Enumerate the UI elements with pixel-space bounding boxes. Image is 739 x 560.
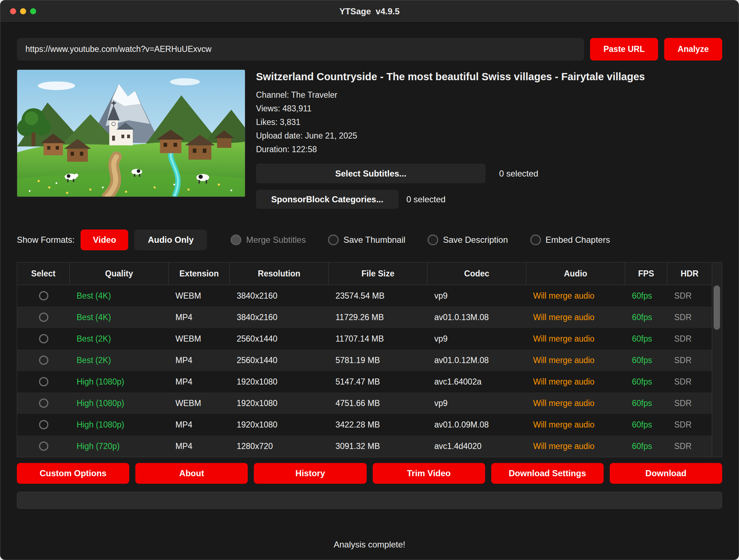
save-thumbnail-label: Save Thumbnail (343, 235, 405, 245)
cell-resolution: 1920x1080 (230, 399, 329, 408)
merge-subtitles-checkbox[interactable] (231, 235, 241, 245)
subtitles-selected-count: 0 selected (499, 169, 538, 179)
cell-extension: WEBM (169, 399, 230, 408)
save-description-checkbox[interactable] (428, 235, 438, 245)
cell-codec: av01.0.13M.08 (428, 313, 526, 322)
url-input[interactable] (17, 38, 584, 61)
cell-quality: Best (2K) (70, 356, 169, 365)
close-button[interactable] (10, 8, 16, 14)
table-scrollbar[interactable] (712, 262, 722, 457)
cell-extension: WEBM (169, 291, 230, 301)
select-subtitles-button[interactable]: Select Subtitles... (256, 164, 486, 183)
cell-file-size: 4751.66 MB (329, 399, 428, 408)
cell-audio: Will merge audio (526, 420, 625, 430)
cell-resolution: 1920x1080 (230, 377, 329, 387)
cell-extension: MP4 (169, 441, 230, 451)
merge-subtitles-label: Merge Subtitles (246, 235, 306, 245)
cell-file-size: 23574.54 MB (329, 291, 428, 301)
about-button[interactable]: About (135, 463, 248, 484)
history-button[interactable]: History (254, 463, 366, 484)
cell-codec: av01.0.12M.08 (428, 356, 526, 365)
cell-hdr: SDR (667, 377, 712, 387)
table-row[interactable]: Best (4K) MP4 3840x2160 11729.26 MB av01… (17, 306, 712, 328)
cell-hdr: SDR (667, 334, 712, 344)
fullscreen-button[interactable] (30, 8, 36, 14)
cell-codec: vp9 (428, 399, 526, 408)
analyze-button[interactable]: Analyze (664, 38, 722, 61)
cell-audio: Will merge audio (526, 334, 625, 344)
cell-hdr: SDR (667, 356, 712, 365)
table-row[interactable]: High (1080p) WEBM 1920x1080 4751.66 MB v… (17, 392, 712, 414)
cell-fps: 60fps (625, 399, 667, 408)
table-body: Best (4K) WEBM 3840x2160 23574.54 MB vp9… (17, 285, 722, 457)
row-select-checkbox[interactable] (39, 420, 48, 429)
row-select-checkbox[interactable] (39, 399, 48, 408)
cell-hdr: SDR (667, 441, 712, 451)
row-select-checkbox[interactable] (39, 356, 48, 365)
download-settings-button[interactable]: Download Settings (491, 463, 604, 484)
subtitles-row: Select Subtitles... 0 selected (256, 164, 722, 183)
row-select-checkbox[interactable] (39, 441, 48, 451)
cell-file-size: 3091.32 MB (329, 441, 428, 451)
header-fps: FPS (625, 262, 667, 285)
cell-quality: Best (4K) (70, 313, 169, 322)
cell-fps: 60fps (625, 313, 667, 322)
cell-file-size: 3422.28 MB (329, 420, 428, 430)
table-row[interactable]: High (1080p) MP4 1920x1080 3422.28 MB av… (17, 414, 712, 435)
paste-url-button[interactable]: Paste URL (590, 38, 658, 61)
cell-quality: Best (4K) (70, 291, 169, 301)
cell-quality: High (1080p) (70, 377, 169, 387)
save-thumbnail-checkbox-group: Save Thumbnail (328, 235, 405, 245)
cell-audio: Will merge audio (526, 399, 625, 408)
header-hdr: HDR (667, 262, 712, 285)
cell-resolution: 3840x2160 (230, 291, 329, 301)
header-audio: Audio (526, 262, 625, 285)
row-select-checkbox[interactable] (39, 334, 48, 343)
header-codec: Codec (428, 262, 526, 285)
cell-fps: 60fps (625, 291, 667, 301)
minimize-button[interactable] (20, 8, 26, 14)
embed-chapters-checkbox[interactable] (530, 235, 541, 245)
cell-codec: vp9 (428, 291, 526, 301)
cell-hdr: SDR (667, 291, 712, 301)
cell-quality: High (1080p) (70, 399, 169, 408)
video-duration: Duration: 122:58 (256, 143, 722, 156)
cell-extension: WEBM (169, 334, 230, 344)
cell-fps: 60fps (625, 420, 667, 430)
sponsorblock-selected-count: 0 selected (406, 194, 445, 204)
sponsorblock-categories-button[interactable]: SponsorBlock Categories... (256, 190, 399, 209)
save-thumbnail-checkbox[interactable] (328, 235, 339, 245)
formats-row: Show Formats: Video Audio Only Merge Sub… (17, 230, 722, 250)
trim-video-button[interactable]: Trim Video (373, 463, 485, 484)
cell-extension: MP4 (169, 313, 230, 322)
show-formats-label: Show Formats: (17, 235, 74, 245)
status-text: Analysis complete! (17, 540, 722, 550)
cell-audio: Will merge audio (526, 377, 625, 387)
header-quality: Quality (70, 262, 169, 285)
audio-only-format-button[interactable]: Audio Only (134, 230, 207, 250)
table-row[interactable]: Best (2K) WEBM 2560x1440 11707.14 MB vp9… (17, 328, 712, 349)
cell-hdr: SDR (667, 399, 712, 408)
video-format-button[interactable]: Video (81, 230, 128, 250)
table-row[interactable]: Best (2K) MP4 2560x1440 5781.19 MB av01.… (17, 349, 712, 371)
url-row: Paste URL Analyze (17, 38, 722, 61)
table-row[interactable]: High (720p) MP4 1280x720 3091.32 MB avc1… (17, 435, 712, 457)
video-thumbnail (17, 69, 245, 197)
cell-extension: MP4 (169, 356, 230, 365)
video-likes: Likes: 3,831 (256, 115, 722, 129)
cell-quality: High (720p) (70, 441, 169, 451)
cell-audio: Will merge audio (526, 441, 625, 451)
scrollbar-thumb[interactable] (714, 285, 720, 330)
row-select-checkbox[interactable] (39, 291, 48, 300)
custom-options-button[interactable]: Custom Options (17, 463, 129, 484)
row-select-checkbox[interactable] (39, 313, 48, 322)
download-button[interactable]: Download (610, 463, 722, 484)
header-resolution: Resolution (230, 262, 329, 285)
cell-codec: avc1.64002a (428, 377, 526, 387)
table-row[interactable]: High (1080p) MP4 1920x1080 5147.47 MB av… (17, 371, 712, 392)
cell-codec: avc1.4d4020 (428, 441, 526, 451)
row-select-checkbox[interactable] (39, 377, 48, 386)
merge-subtitles-checkbox-group: Merge Subtitles (231, 235, 306, 245)
header-extension: Extension (169, 262, 230, 285)
table-row[interactable]: Best (4K) WEBM 3840x2160 23574.54 MB vp9… (17, 285, 712, 306)
